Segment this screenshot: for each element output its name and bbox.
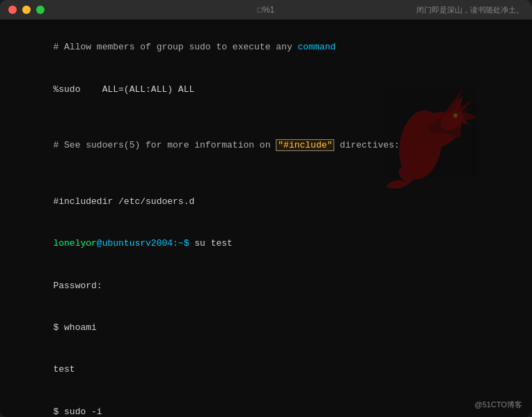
tab-label: □%1 [258, 5, 275, 15]
line-5 [10, 166, 522, 180]
line-7: lonelyor@ubuntusrv2004:~$ su test [10, 223, 522, 265]
minimize-button[interactable] [22, 6, 31, 14]
line-3 [10, 111, 522, 125]
watermark: @51CTO博客 [475, 400, 522, 410]
terminal-window: □%1 闭门即是深山，读书随处净土。 [0, 0, 532, 417]
line-1: # Allow members of group sudo to execute… [10, 26, 522, 68]
line-8: Password: [10, 265, 522, 306]
terminal-lines: # Allow members of group sudo to execute… [10, 26, 522, 417]
line-4: # See sudoers(5) for more information on… [10, 125, 522, 166]
maximize-button[interactable] [36, 6, 45, 14]
line-2: %sudo ALL=(ALL:ALL) ALL [10, 68, 522, 110]
close-button[interactable] [8, 6, 17, 14]
line-11: $ sudo -i [10, 391, 522, 417]
line-10: test [10, 349, 522, 391]
header-quote: 闭门即是深山，读书随处净土。 [416, 5, 524, 15]
titlebar: □%1 闭门即是深山，读书随处净土。 [0, 0, 532, 19]
line-6: #includedir /etc/sudoers.d [10, 181, 522, 223]
terminal-body[interactable]: # Allow members of group sudo to execute… [0, 19, 532, 417]
line-9: $ whoami [10, 307, 522, 349]
traffic-lights [8, 6, 45, 14]
